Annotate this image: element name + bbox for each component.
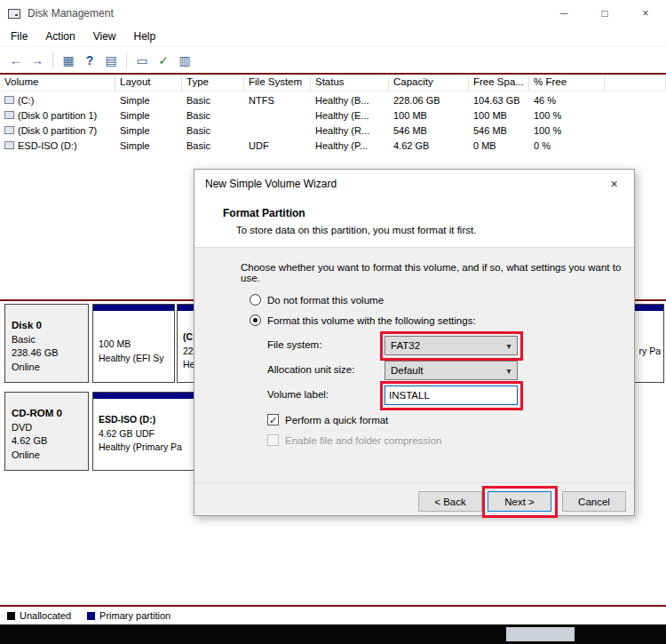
menu-help[interactable]: Help [125, 30, 165, 43]
cell-type: Basic [182, 123, 244, 138]
radio-icon [250, 294, 261, 306]
column-header-free-space[interactable]: Free Spa... [469, 76, 529, 91]
cell-free-space: 100 MB [469, 107, 529, 123]
column-header-pct-free[interactable]: % Free [529, 76, 605, 91]
footer-divider [194, 482, 634, 483]
menu-bar: File Action View Help [0, 27, 666, 47]
allocation-unit-combobox[interactable]: Default ▾ [385, 361, 518, 380]
volume-row-partition7[interactable]: (Disk 0 partition 7) Simple Basic Health… [0, 123, 666, 138]
cell-capacity: 228.06 GB [389, 92, 469, 107]
volume-label-input[interactable] [385, 386, 518, 405]
back-icon[interactable]: ← [5, 51, 27, 70]
window-title: Disk Management [28, 7, 114, 20]
volume-row-c[interactable]: (C:) Simple Basic NTFS Healthy (B... 228… [0, 92, 666, 107]
next-button[interactable]: Next > [488, 491, 551, 512]
allocation-unit-label: Allocation unit size: [267, 364, 354, 375]
legend-bar: Unallocated Primary partition [0, 607, 666, 624]
volume-name: (Disk 0 partition 1) [18, 110, 97, 121]
file-system-combobox[interactable]: FAT32 ▾ [385, 336, 518, 355]
allocation-unit-value: Default [391, 365, 423, 376]
cancel-button[interactable]: Cancel [562, 491, 626, 512]
action-pane-icon[interactable]: ▭ [131, 51, 153, 70]
cell-file-system [244, 123, 311, 138]
disk0-info-box[interactable]: Disk 0 Basic 238.46 GB Online [4, 304, 89, 383]
volume-icon [4, 141, 14, 149]
help-icon[interactable]: ? [79, 51, 100, 70]
primary-partition-swatch [87, 612, 95, 620]
volume-row-partition1[interactable]: (Disk 0 partition 1) Simple Basic Health… [0, 107, 666, 123]
cell-status: Healthy (B... [311, 92, 389, 107]
forward-icon[interactable]: → [27, 51, 48, 70]
radio-format-volume[interactable]: Format this volume with the following se… [250, 314, 476, 326]
column-header-file-system[interactable]: File System [244, 76, 311, 91]
partition-color-bar [93, 305, 174, 311]
app-icon [8, 9, 20, 19]
legend-label: Primary partition [99, 610, 170, 621]
volume-name: (Disk 0 partition 7) [18, 125, 97, 136]
taskbar-button[interactable] [506, 627, 575, 641]
cell-file-system [244, 107, 311, 123]
menu-file[interactable]: File [2, 30, 36, 43]
file-system-label: File system: [267, 339, 321, 350]
legend-primary-partition: Primary partition [87, 610, 170, 621]
dialog-close-button[interactable]: × [594, 170, 634, 198]
cell-capacity: 546 MB [389, 123, 469, 138]
legend-label: Unallocated [20, 610, 71, 621]
compression-checkbox[interactable]: Enable file and folder compression [267, 434, 441, 446]
volume-list-header: Volume Layout Type File System Status Ca… [0, 76, 666, 91]
checkbox-checked-icon: ✓ [267, 414, 279, 425]
column-header-capacity[interactable]: Capacity [389, 76, 469, 91]
toolbar-separator [52, 52, 53, 68]
disk0-partition-efi[interactable]: 100 MB Healthy (EFI Sy [92, 304, 175, 383]
export-list-icon[interactable]: ▤ [100, 51, 122, 70]
dialog-header: Format Partition To store data on this p… [194, 198, 634, 248]
disk-status: Online [12, 361, 88, 375]
pane-divider [0, 73, 666, 75]
check-disk-icon[interactable]: ✓ [153, 51, 174, 70]
column-header-status[interactable]: Status [311, 76, 389, 91]
cell-type: Basic [182, 107, 244, 123]
radio-do-not-format[interactable]: Do not format this volume [250, 294, 384, 306]
cell-capacity: 100 MB [389, 107, 469, 123]
taskbar [0, 624, 666, 644]
quick-format-checkbox[interactable]: ✓ Perform a quick format [267, 414, 388, 425]
menu-view[interactable]: View [84, 30, 125, 43]
volume-icon [4, 126, 14, 134]
cell-layout: Simple [115, 107, 182, 123]
column-header-layout[interactable]: Layout [115, 76, 182, 91]
close-button[interactable]: × [625, 0, 666, 27]
cell-free-space: 546 MB [469, 123, 529, 138]
disk-kind: Basic [12, 333, 88, 347]
menu-action[interactable]: Action [36, 30, 83, 43]
dialog-title: New Simple Volume Wizard [205, 178, 337, 190]
column-header-volume[interactable]: Volume [0, 76, 115, 91]
volume-icon [4, 96, 14, 104]
console-tree-icon[interactable]: ▦ [58, 51, 79, 70]
cell-file-system: NTFS [244, 92, 311, 107]
cdrom0-info-box[interactable]: CD-ROM 0 DVD 4.62 GB Online [4, 392, 89, 471]
cell-pct-free: 46 % [529, 92, 605, 107]
disk-management-window: Disk Management ─ □ × File Action View H… [0, 0, 666, 644]
checkbox-unchecked-icon [267, 434, 279, 446]
column-header-type[interactable]: Type [182, 76, 244, 91]
maximize-button[interactable]: □ [584, 0, 625, 27]
checkbox-label: Perform a quick format [285, 415, 388, 425]
volume-row-esd-iso[interactable]: ESD-ISO (D:) Simple Basic UDF Healthy (P… [0, 138, 666, 153]
title-bar: Disk Management ─ □ × [0, 0, 666, 27]
file-system-value: FAT32 [391, 340, 420, 351]
cell-free-space: 104.63 GB [469, 92, 529, 107]
partition-size: 100 MB [99, 338, 169, 352]
dialog-subheading: To store data on this partition, you mus… [236, 225, 476, 235]
cell-free-space: 0 MB [469, 138, 529, 153]
minimize-button[interactable]: ─ [543, 0, 584, 27]
cell-layout: Simple [115, 92, 182, 107]
properties-icon[interactable]: ▥ [174, 51, 195, 70]
unallocated-swatch [7, 612, 15, 620]
radio-selected-icon [250, 314, 261, 326]
toolbar: ← → ▦ ? ▤ ▭ ✓ ▥ [0, 47, 666, 73]
volume-icon [4, 111, 14, 119]
back-button[interactable]: < Back [418, 491, 482, 512]
chevron-down-icon: ▾ [501, 366, 517, 376]
dialog-intro-text: Choose whether you want to format this v… [241, 262, 634, 283]
toolbar-separator [126, 52, 127, 68]
